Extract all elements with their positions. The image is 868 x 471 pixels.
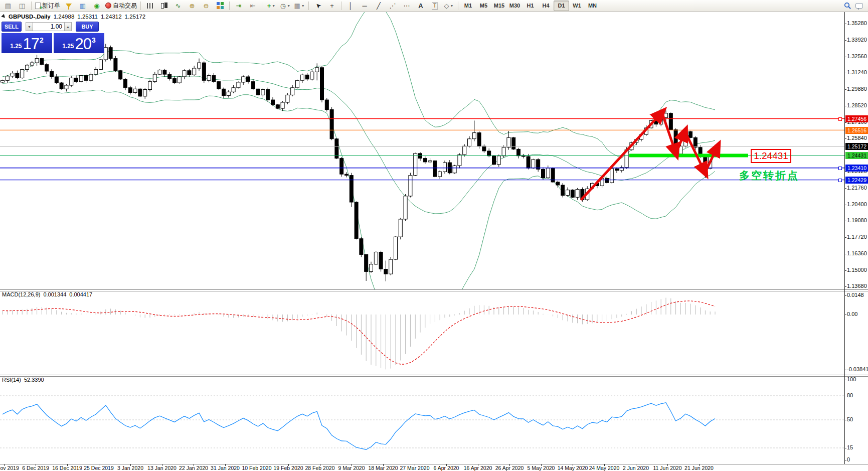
indicators-button[interactable]: +▼ bbox=[264, 1, 278, 11]
price-axis-label: 1.20400 bbox=[847, 201, 867, 207]
tf-m1-button[interactable]: M1 bbox=[460, 1, 476, 11]
volume-decrease-button[interactable]: ▼ bbox=[26, 22, 33, 31]
candle bbox=[158, 70, 161, 75]
mql5-signal-button[interactable]: ◉ bbox=[90, 1, 104, 11]
candle bbox=[507, 137, 510, 147]
turning-point-annotation[interactable]: 多空转折点 bbox=[739, 169, 799, 183]
tile-windows-button[interactable] bbox=[213, 1, 227, 11]
tf-m15-button[interactable]: M15 bbox=[491, 1, 507, 11]
volume-input[interactable]: 1.00 bbox=[33, 22, 64, 31]
candle bbox=[242, 77, 245, 82]
time-axis-label: 11 Jun 2020 bbox=[653, 465, 681, 471]
candle bbox=[232, 88, 235, 92]
sell-quote-panel[interactable]: 1.25 17 2 bbox=[2, 33, 52, 53]
bar-chart-mode-button[interactable] bbox=[143, 1, 157, 11]
tf-d1-button[interactable]: D1 bbox=[554, 1, 569, 11]
toolbar-separator bbox=[140, 2, 141, 10]
candle bbox=[183, 71, 186, 77]
candle bbox=[522, 156, 525, 156]
candle bbox=[482, 146, 486, 151]
autotrading-button[interactable]: 自动交易 bbox=[104, 1, 138, 11]
macd-signal-value: 0.004417 bbox=[69, 291, 92, 297]
equidistant-channel-button[interactable]: ⋯ bbox=[400, 1, 414, 11]
data-funnel-button[interactable] bbox=[62, 1, 76, 11]
new-chart-icon: ▤ bbox=[5, 3, 11, 9]
text-label-button[interactable]: T bbox=[428, 1, 442, 11]
candle-chart-mode-button[interactable] bbox=[157, 1, 171, 11]
candle bbox=[340, 159, 343, 175]
candle bbox=[428, 161, 432, 162]
chart-shift-button[interactable]: ⇤ bbox=[246, 1, 260, 11]
candle bbox=[173, 79, 177, 83]
chat-icon[interactable] bbox=[855, 3, 863, 9]
buy-button[interactable]: BUY bbox=[76, 22, 99, 32]
pane-separator[interactable] bbox=[0, 289, 868, 290]
candle bbox=[453, 166, 456, 173]
price-tick bbox=[844, 237, 846, 238]
vertical-line-button[interactable]: │ bbox=[343, 1, 358, 11]
shapes-button[interactable]: ◇▼ bbox=[442, 1, 456, 11]
candle bbox=[527, 156, 530, 168]
buy-price-base: 1.25 bbox=[62, 43, 74, 50]
zoom-out-button[interactable]: ⊖ bbox=[199, 1, 213, 11]
price-annotation-box[interactable]: 1.24431 bbox=[751, 149, 791, 163]
candle bbox=[438, 172, 442, 177]
time-axis-label: 25 Dec 2019 bbox=[84, 465, 114, 471]
tf-m5-button[interactable]: M5 bbox=[476, 1, 491, 11]
price-axis-label: 1.33920 bbox=[847, 37, 867, 43]
time-axis-label: 14 May 2020 bbox=[558, 465, 588, 471]
trendline-icon: ╱ bbox=[377, 3, 381, 9]
line-endpoint-marker[interactable] bbox=[838, 179, 842, 182]
price-tick bbox=[844, 89, 846, 90]
text-button[interactable]: A bbox=[414, 1, 428, 11]
candle bbox=[256, 89, 260, 95]
new-chart-button[interactable]: ▤ bbox=[1, 1, 15, 11]
sell-button[interactable]: SELL bbox=[2, 22, 22, 32]
periods-button[interactable]: ◷▼ bbox=[278, 1, 292, 11]
auto-scroll-button[interactable]: ⇥ bbox=[232, 1, 246, 11]
symbol-marker-icon bbox=[1, 14, 7, 20]
new-order-button[interactable]: 新订单 bbox=[34, 1, 62, 11]
chart-profiles-button[interactable]: ◫ bbox=[15, 1, 29, 11]
candle bbox=[365, 254, 368, 271]
price-axis-label: 1.29880 bbox=[847, 86, 867, 92]
candle bbox=[576, 190, 579, 198]
cursor-button[interactable]: ➤ bbox=[311, 1, 325, 11]
price-tick bbox=[844, 138, 846, 139]
volume-increase-button[interactable]: ▲ bbox=[64, 22, 72, 31]
candle bbox=[1, 80, 5, 82]
chart-canvas[interactable] bbox=[0, 0, 868, 471]
candle bbox=[30, 63, 34, 65]
signal-icon: ◉ bbox=[94, 3, 99, 9]
indicator-tick bbox=[844, 420, 846, 420]
zoom-in-button[interactable]: ⊕ bbox=[185, 1, 199, 11]
support-level-highlight[interactable] bbox=[629, 154, 748, 158]
candle bbox=[55, 77, 58, 83]
candle bbox=[571, 190, 574, 198]
tf-mn-button[interactable]: MN bbox=[585, 1, 600, 11]
templates-button[interactable]: ▦▼ bbox=[292, 1, 306, 11]
periods-icon: ◷ bbox=[280, 3, 286, 9]
search-icon[interactable] bbox=[844, 2, 851, 10]
price-axis-label: 1.35280 bbox=[847, 20, 867, 26]
candle bbox=[517, 149, 520, 155]
rsi-name: RSI(14) bbox=[2, 377, 21, 383]
buy-quote-panel[interactable]: 1.25 20 3 bbox=[54, 33, 104, 53]
tf-h1-button[interactable]: H1 bbox=[523, 1, 538, 11]
candle bbox=[320, 68, 324, 100]
horizontal-line-button[interactable]: ─ bbox=[358, 1, 372, 11]
crosshair-button[interactable]: + bbox=[325, 1, 339, 11]
tf-w1-button[interactable]: W1 bbox=[569, 1, 585, 11]
pane-separator[interactable] bbox=[0, 375, 868, 375]
chevron-down-icon: ▼ bbox=[287, 4, 290, 8]
tf-h4-button[interactable]: H4 bbox=[538, 1, 554, 11]
trendline-button[interactable]: ╱ bbox=[372, 1, 386, 11]
line-endpoint-marker[interactable] bbox=[838, 167, 842, 170]
time-axis-label: 13 Jan 2020 bbox=[147, 465, 177, 471]
fibonacci-button[interactable]: ⋰ bbox=[386, 1, 400, 11]
candle bbox=[26, 65, 29, 70]
line-chart-mode-button[interactable]: ∿ bbox=[171, 1, 185, 11]
tf-m30-button[interactable]: M30 bbox=[507, 1, 523, 11]
market-watch-button[interactable]: ▥ bbox=[76, 1, 90, 11]
line-endpoint-marker[interactable] bbox=[838, 117, 842, 121]
